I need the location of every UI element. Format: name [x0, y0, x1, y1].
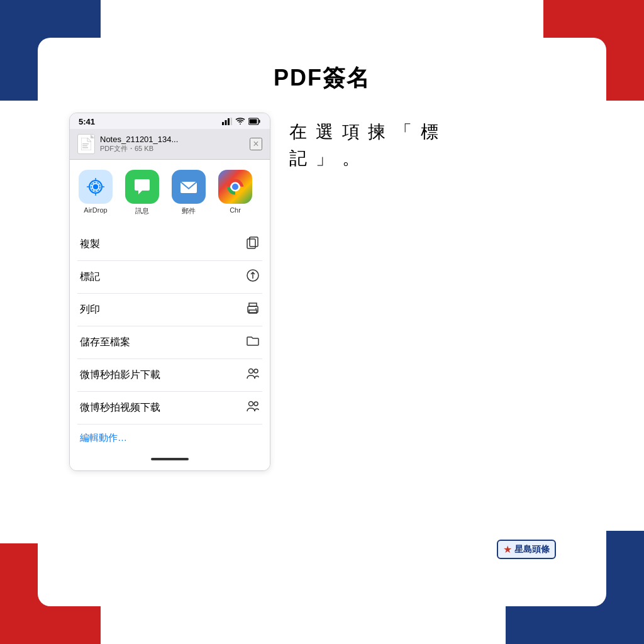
- signal-icon: [222, 118, 232, 126]
- action-weibo-video1[interactable]: 微博秒拍影片下載: [77, 359, 262, 392]
- chrome-label: Chr: [230, 206, 241, 214]
- logo-container: ★ 星島頭條: [497, 540, 556, 559]
- file-meta: PDF文件・65 KB: [100, 144, 178, 153]
- svg-rect-2: [228, 118, 230, 125]
- mail-label: 郵件: [182, 206, 196, 216]
- bottom-handle: [151, 458, 189, 460]
- action-copy[interactable]: 複製: [77, 228, 262, 261]
- file-details: Notes_211201_134... PDF文件・65 KB: [100, 135, 178, 153]
- action-markup[interactable]: 標記: [77, 261, 262, 294]
- svg-point-25: [254, 369, 258, 373]
- file-name: Notes_211201_134...: [100, 135, 178, 144]
- svg-rect-0: [222, 122, 224, 125]
- markup-icon: [246, 269, 260, 286]
- airdrop-label: AirDrop: [84, 206, 107, 214]
- mail-icon: [172, 170, 206, 204]
- svg-point-24: [249, 369, 253, 374]
- svg-rect-5: [259, 119, 260, 123]
- logo-text: 星島頭條: [514, 544, 550, 555]
- users-icon-1: [246, 367, 260, 384]
- action-print[interactable]: 列印: [77, 294, 262, 326]
- description-text: 在 選 項 揀 「 標記 」 。: [289, 113, 575, 172]
- app-item-mail[interactable]: 郵件: [170, 170, 207, 216]
- status-bar: 5:41: [70, 113, 270, 129]
- app-item-airdrop[interactable]: AirDrop: [77, 170, 114, 216]
- svg-rect-8: [82, 145, 87, 147]
- svg-rect-3: [231, 118, 233, 125]
- action-edit-label: 編輯動作…: [80, 432, 127, 444]
- file-close-button[interactable]: ×: [250, 138, 262, 150]
- file-info-bar: Notes_211201_134... PDF文件・65 KB ×: [70, 129, 270, 160]
- action-weibo-video2[interactable]: 微博秒拍视频下载: [77, 392, 262, 425]
- action-save-files-label: 儲存至檔案: [80, 336, 130, 349]
- action-print-label: 列印: [80, 303, 100, 316]
- svg-rect-9: [82, 147, 88, 148]
- battery-icon: [248, 118, 261, 126]
- logo-star: ★: [503, 543, 512, 555]
- status-icons: [222, 118, 261, 126]
- action-weibo-video1-label: 微博秒拍影片下載: [80, 369, 160, 382]
- svg-point-15: [232, 184, 238, 190]
- action-weibo-video2-label: 微博秒拍视频下载: [80, 401, 160, 414]
- phone-screenshot: 5:41: [69, 113, 270, 471]
- airdrop-icon: [79, 170, 113, 204]
- wifi-icon: [235, 118, 245, 126]
- file-thumb: [77, 134, 95, 154]
- svg-point-11: [93, 184, 98, 189]
- main-card: PDF簽名 5:41: [38, 38, 606, 606]
- action-save-files[interactable]: 儲存至檔案: [77, 326, 262, 359]
- action-copy-label: 複製: [80, 238, 100, 251]
- app-item-messages[interactable]: 訊息: [124, 170, 160, 216]
- action-markup-label: 標記: [80, 270, 100, 284]
- svg-point-23: [255, 308, 257, 309]
- svg-point-27: [254, 402, 258, 406]
- folder-icon: [246, 334, 260, 351]
- app-icons-row: AirDrop 訊息: [77, 170, 262, 216]
- svg-point-26: [249, 402, 253, 406]
- logo: ★ 星島頭條: [497, 540, 556, 559]
- svg-rect-6: [250, 119, 257, 123]
- file-info-left: Notes_211201_134... PDF文件・65 KB: [77, 134, 178, 154]
- svg-rect-21: [249, 303, 257, 306]
- copy-icon: [246, 236, 260, 253]
- print-icon: [246, 301, 260, 318]
- status-time: 5:41: [79, 117, 95, 126]
- svg-rect-22: [249, 310, 257, 313]
- page-title: PDF簽名: [69, 63, 575, 94]
- messages-label: 訊息: [135, 206, 149, 216]
- content-row: 5:41: [69, 113, 575, 471]
- messages-icon: [125, 170, 159, 204]
- action-list: 複製 標記: [77, 228, 262, 452]
- svg-rect-1: [225, 120, 227, 125]
- chrome-icon: [218, 170, 252, 204]
- users-icon-2: [246, 399, 260, 416]
- share-sheet: AirDrop 訊息: [70, 160, 270, 470]
- action-edit-actions[interactable]: 編輯動作…: [77, 425, 262, 452]
- svg-rect-7: [82, 143, 89, 145]
- app-item-chrome[interactable]: Chr: [217, 170, 253, 216]
